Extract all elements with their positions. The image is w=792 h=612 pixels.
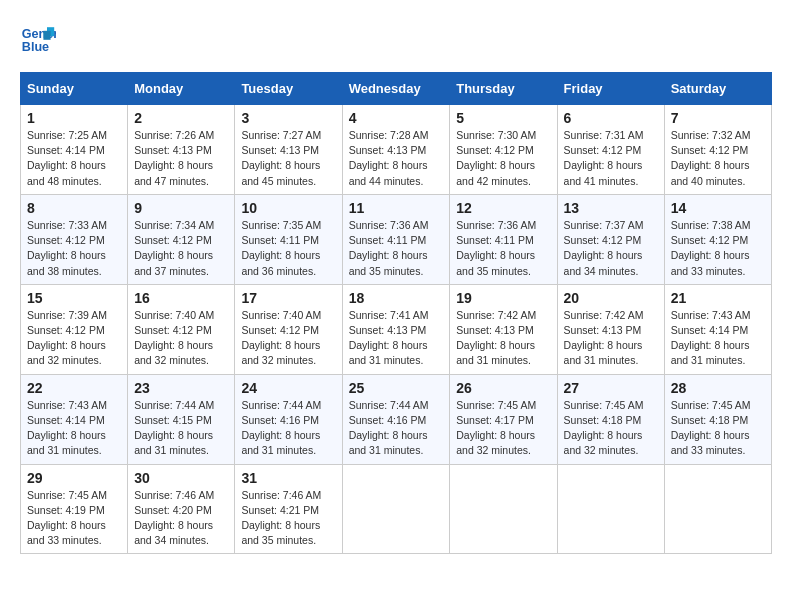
day-info: Sunrise: 7:42 AMSunset: 4:13 PMDaylight:… bbox=[456, 309, 536, 367]
calendar-cell: 25 Sunrise: 7:44 AMSunset: 4:16 PMDaylig… bbox=[342, 374, 450, 464]
day-number: 8 bbox=[27, 200, 121, 216]
calendar-week-4: 22 Sunrise: 7:43 AMSunset: 4:14 PMDaylig… bbox=[21, 374, 772, 464]
calendar-header: Sunday Monday Tuesday Wednesday Thursday… bbox=[21, 73, 772, 105]
day-number: 13 bbox=[564, 200, 658, 216]
calendar-cell: 9 Sunrise: 7:34 AMSunset: 4:12 PMDayligh… bbox=[128, 194, 235, 284]
calendar-cell: 10 Sunrise: 7:35 AMSunset: 4:11 PMDaylig… bbox=[235, 194, 342, 284]
calendar-table: Sunday Monday Tuesday Wednesday Thursday… bbox=[20, 72, 772, 554]
calendar-cell: 2 Sunrise: 7:26 AMSunset: 4:13 PMDayligh… bbox=[128, 105, 235, 195]
calendar-cell: 30 Sunrise: 7:46 AMSunset: 4:20 PMDaylig… bbox=[128, 464, 235, 554]
calendar-cell: 3 Sunrise: 7:27 AMSunset: 4:13 PMDayligh… bbox=[235, 105, 342, 195]
day-number: 18 bbox=[349, 290, 444, 306]
svg-marker-3 bbox=[43, 31, 50, 40]
day-number: 2 bbox=[134, 110, 228, 126]
day-number: 5 bbox=[456, 110, 550, 126]
day-info: Sunrise: 7:30 AMSunset: 4:12 PMDaylight:… bbox=[456, 129, 536, 187]
day-info: Sunrise: 7:40 AMSunset: 4:12 PMDaylight:… bbox=[241, 309, 321, 367]
col-tuesday: Tuesday bbox=[235, 73, 342, 105]
day-info: Sunrise: 7:45 AMSunset: 4:18 PMDaylight:… bbox=[671, 399, 751, 457]
day-info: Sunrise: 7:43 AMSunset: 4:14 PMDaylight:… bbox=[671, 309, 751, 367]
day-number: 24 bbox=[241, 380, 335, 396]
calendar-week-3: 15 Sunrise: 7:39 AMSunset: 4:12 PMDaylig… bbox=[21, 284, 772, 374]
calendar-cell: 27 Sunrise: 7:45 AMSunset: 4:18 PMDaylig… bbox=[557, 374, 664, 464]
day-number: 1 bbox=[27, 110, 121, 126]
day-info: Sunrise: 7:31 AMSunset: 4:12 PMDaylight:… bbox=[564, 129, 644, 187]
calendar-body: 1 Sunrise: 7:25 AMSunset: 4:14 PMDayligh… bbox=[21, 105, 772, 554]
calendar-cell: 1 Sunrise: 7:25 AMSunset: 4:14 PMDayligh… bbox=[21, 105, 128, 195]
calendar-cell: 15 Sunrise: 7:39 AMSunset: 4:12 PMDaylig… bbox=[21, 284, 128, 374]
day-number: 4 bbox=[349, 110, 444, 126]
day-info: Sunrise: 7:27 AMSunset: 4:13 PMDaylight:… bbox=[241, 129, 321, 187]
day-number: 29 bbox=[27, 470, 121, 486]
day-number: 26 bbox=[456, 380, 550, 396]
header-row: Sunday Monday Tuesday Wednesday Thursday… bbox=[21, 73, 772, 105]
calendar-cell: 19 Sunrise: 7:42 AMSunset: 4:13 PMDaylig… bbox=[450, 284, 557, 374]
calendar-cell: 5 Sunrise: 7:30 AMSunset: 4:12 PMDayligh… bbox=[450, 105, 557, 195]
day-number: 22 bbox=[27, 380, 121, 396]
day-info: Sunrise: 7:44 AMSunset: 4:16 PMDaylight:… bbox=[349, 399, 429, 457]
day-info: Sunrise: 7:34 AMSunset: 4:12 PMDaylight:… bbox=[134, 219, 214, 277]
day-number: 31 bbox=[241, 470, 335, 486]
day-number: 20 bbox=[564, 290, 658, 306]
day-number: 10 bbox=[241, 200, 335, 216]
day-number: 16 bbox=[134, 290, 228, 306]
day-number: 19 bbox=[456, 290, 550, 306]
calendar-cell: 14 Sunrise: 7:38 AMSunset: 4:12 PMDaylig… bbox=[664, 194, 771, 284]
day-number: 7 bbox=[671, 110, 765, 126]
day-info: Sunrise: 7:36 AMSunset: 4:11 PMDaylight:… bbox=[349, 219, 429, 277]
day-info: Sunrise: 7:37 AMSunset: 4:12 PMDaylight:… bbox=[564, 219, 644, 277]
calendar-cell bbox=[664, 464, 771, 554]
day-info: Sunrise: 7:25 AMSunset: 4:14 PMDaylight:… bbox=[27, 129, 107, 187]
calendar-cell bbox=[450, 464, 557, 554]
calendar-cell: 31 Sunrise: 7:46 AMSunset: 4:21 PMDaylig… bbox=[235, 464, 342, 554]
day-info: Sunrise: 7:44 AMSunset: 4:16 PMDaylight:… bbox=[241, 399, 321, 457]
day-number: 25 bbox=[349, 380, 444, 396]
day-info: Sunrise: 7:39 AMSunset: 4:12 PMDaylight:… bbox=[27, 309, 107, 367]
day-info: Sunrise: 7:45 AMSunset: 4:18 PMDaylight:… bbox=[564, 399, 644, 457]
calendar-cell: 21 Sunrise: 7:43 AMSunset: 4:14 PMDaylig… bbox=[664, 284, 771, 374]
day-info: Sunrise: 7:45 AMSunset: 4:17 PMDaylight:… bbox=[456, 399, 536, 457]
col-friday: Friday bbox=[557, 73, 664, 105]
calendar-cell: 4 Sunrise: 7:28 AMSunset: 4:13 PMDayligh… bbox=[342, 105, 450, 195]
day-info: Sunrise: 7:43 AMSunset: 4:14 PMDaylight:… bbox=[27, 399, 107, 457]
day-info: Sunrise: 7:36 AMSunset: 4:11 PMDaylight:… bbox=[456, 219, 536, 277]
day-number: 17 bbox=[241, 290, 335, 306]
day-info: Sunrise: 7:26 AMSunset: 4:13 PMDaylight:… bbox=[134, 129, 214, 187]
col-wednesday: Wednesday bbox=[342, 73, 450, 105]
col-thursday: Thursday bbox=[450, 73, 557, 105]
day-number: 12 bbox=[456, 200, 550, 216]
day-number: 14 bbox=[671, 200, 765, 216]
day-number: 21 bbox=[671, 290, 765, 306]
calendar-cell: 11 Sunrise: 7:36 AMSunset: 4:11 PMDaylig… bbox=[342, 194, 450, 284]
calendar-cell: 22 Sunrise: 7:43 AMSunset: 4:14 PMDaylig… bbox=[21, 374, 128, 464]
calendar-cell: 29 Sunrise: 7:45 AMSunset: 4:19 PMDaylig… bbox=[21, 464, 128, 554]
day-number: 9 bbox=[134, 200, 228, 216]
day-number: 11 bbox=[349, 200, 444, 216]
calendar-cell: 16 Sunrise: 7:40 AMSunset: 4:12 PMDaylig… bbox=[128, 284, 235, 374]
day-info: Sunrise: 7:46 AMSunset: 4:21 PMDaylight:… bbox=[241, 489, 321, 547]
calendar-cell: 24 Sunrise: 7:44 AMSunset: 4:16 PMDaylig… bbox=[235, 374, 342, 464]
calendar-week-1: 1 Sunrise: 7:25 AMSunset: 4:14 PMDayligh… bbox=[21, 105, 772, 195]
day-info: Sunrise: 7:40 AMSunset: 4:12 PMDaylight:… bbox=[134, 309, 214, 367]
day-info: Sunrise: 7:42 AMSunset: 4:13 PMDaylight:… bbox=[564, 309, 644, 367]
calendar-cell bbox=[557, 464, 664, 554]
day-info: Sunrise: 7:38 AMSunset: 4:12 PMDaylight:… bbox=[671, 219, 751, 277]
day-info: Sunrise: 7:44 AMSunset: 4:15 PMDaylight:… bbox=[134, 399, 214, 457]
logo-icon: General Blue bbox=[20, 20, 56, 56]
calendar-cell: 18 Sunrise: 7:41 AMSunset: 4:13 PMDaylig… bbox=[342, 284, 450, 374]
calendar-cell: 17 Sunrise: 7:40 AMSunset: 4:12 PMDaylig… bbox=[235, 284, 342, 374]
day-info: Sunrise: 7:33 AMSunset: 4:12 PMDaylight:… bbox=[27, 219, 107, 277]
page-header: General Blue bbox=[20, 20, 772, 56]
day-number: 15 bbox=[27, 290, 121, 306]
calendar-cell: 23 Sunrise: 7:44 AMSunset: 4:15 PMDaylig… bbox=[128, 374, 235, 464]
day-number: 23 bbox=[134, 380, 228, 396]
calendar-cell: 8 Sunrise: 7:33 AMSunset: 4:12 PMDayligh… bbox=[21, 194, 128, 284]
col-saturday: Saturday bbox=[664, 73, 771, 105]
svg-text:Blue: Blue bbox=[22, 40, 49, 54]
col-sunday: Sunday bbox=[21, 73, 128, 105]
col-monday: Monday bbox=[128, 73, 235, 105]
calendar-cell bbox=[342, 464, 450, 554]
day-info: Sunrise: 7:46 AMSunset: 4:20 PMDaylight:… bbox=[134, 489, 214, 547]
day-info: Sunrise: 7:32 AMSunset: 4:12 PMDaylight:… bbox=[671, 129, 751, 187]
day-info: Sunrise: 7:35 AMSunset: 4:11 PMDaylight:… bbox=[241, 219, 321, 277]
